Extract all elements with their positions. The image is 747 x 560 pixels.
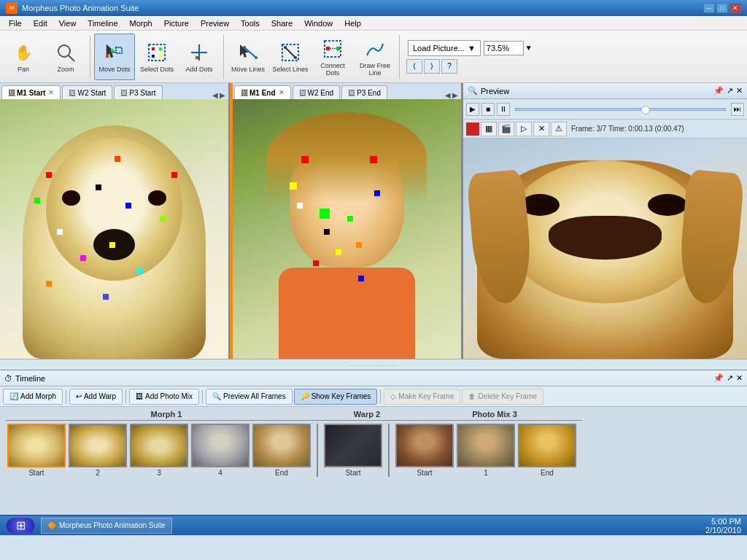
minimize-button[interactable]: ─	[703, 3, 715, 13]
preview-tool-4[interactable]: ▷	[516, 122, 532, 136]
menu-item-share[interactable]: Share	[266, 18, 298, 29]
preview-tool-3[interactable]: 🎬	[498, 122, 514, 136]
load-picture-button[interactable]: Load Picture... ▼	[408, 40, 481, 56]
thumb-w2-start[interactable]: Start	[324, 424, 382, 477]
prev-extra-btn-2[interactable]: ⟩	[424, 59, 440, 74]
timeline-pin-button[interactable]: 📌	[713, 373, 724, 383]
select-lines-button[interactable]: Select Lines	[270, 34, 311, 80]
close-button[interactable]: ✕	[729, 3, 741, 13]
timeline-float-button[interactable]: ↗	[727, 373, 733, 383]
connect-dots-button[interactable]: Connect Dots	[312, 34, 353, 80]
zoom-dropdown-icon[interactable]: ▼	[525, 44, 533, 52]
thumb-pm3-end[interactable]: End	[518, 424, 576, 477]
prev-extra-btn-3[interactable]: ?	[441, 59, 457, 74]
pan-tool-label: Pan	[18, 66, 29, 73]
preview-play-button[interactable]: ▶	[466, 103, 479, 116]
preview-tool-5[interactable]: ✕	[533, 122, 549, 136]
preview-slider[interactable]	[515, 108, 726, 111]
menu-bar: FileEditViewTimelineMorphPicturePreviewT…	[0, 16, 747, 31]
add-morph-button[interactable]: 🔄 Add Morph	[3, 389, 63, 405]
preview-all-frames-button[interactable]: 🔍 Preview All Frames	[206, 389, 293, 405]
thumb-m1-4[interactable]: 4	[191, 424, 249, 477]
menu-item-view[interactable]: View	[53, 18, 82, 29]
menu-item-tools[interactable]: Tools	[235, 18, 266, 29]
add-photo-mix-button[interactable]: 🖼 Add Photo Mix	[129, 389, 199, 405]
thumb-pm3-1[interactable]: 1	[457, 424, 515, 477]
left-panel-content	[0, 99, 228, 359]
dot-5	[57, 229, 63, 235]
svg-point-16	[243, 46, 246, 49]
menu-item-help[interactable]: Help	[338, 18, 367, 29]
menu-item-picture[interactable]: Picture	[158, 18, 195, 29]
move-lines-button[interactable]: Move Lines	[228, 34, 268, 80]
thumb-m1-3-label: 3	[157, 469, 161, 477]
timeline-close-button[interactable]: ✕	[736, 373, 743, 383]
draw-free-line-button[interactable]: Draw Free Line	[355, 34, 395, 80]
select-dots-button[interactable]: Select Dots	[136, 34, 177, 80]
photomix3-header: Photo Mix 3	[407, 410, 582, 421]
preview-slider-thumb[interactable]	[641, 106, 650, 114]
taskbar-app-item[interactable]: 🔶 Morpheus Photo Animation Suite	[41, 518, 172, 534]
workspace-scrollbar[interactable]: ................	[0, 359, 747, 369]
preview-pin-button[interactable]: 📌	[713, 86, 724, 96]
thumb-m1-2[interactable]: 2	[69, 424, 127, 477]
zoom-input[interactable]	[484, 41, 524, 55]
tab-w2-end[interactable]: 🖼 W2 End	[293, 85, 341, 99]
dot-2	[171, 172, 177, 178]
tab-w2-start[interactable]: 🖼 W2 Start	[62, 85, 112, 99]
preview-tool-pattern[interactable]: ▦	[481, 122, 497, 136]
thumb-pm3-start[interactable]: Start	[395, 424, 454, 477]
right-next-tab[interactable]: ▶	[452, 91, 458, 99]
menu-item-edit[interactable]: Edit	[28, 18, 53, 29]
move-dots-button[interactable]: Move Dots	[94, 34, 135, 80]
zoom-tool-button[interactable]: Zoom	[45, 34, 86, 80]
thumb-m1-3[interactable]: 3	[130, 424, 188, 477]
tab-m1-end[interactable]: 🖼 M1 End ✕	[234, 85, 291, 99]
maximize-button[interactable]: □	[716, 3, 728, 13]
scrollbar-track[interactable]: ................	[0, 359, 747, 370]
make-key-frame-label: Make Key Frame	[398, 392, 454, 400]
app-title: Morpheus Photo Animation Suite	[22, 4, 703, 12]
thumb-pm3-1-label: 1	[484, 469, 488, 477]
tab-m1-start-close[interactable]: ✕	[48, 89, 54, 96]
tab-m1-end-close[interactable]: ✕	[279, 89, 285, 96]
tab-m1-start[interactable]: 🖼 M1 Start ✕	[1, 85, 61, 99]
connect-dots-label: Connect Dots	[314, 62, 351, 77]
add-dots-button[interactable]: Add Dots	[179, 34, 220, 80]
clock-date: 2/10/2010	[705, 526, 741, 534]
select-dots-label: Select Dots	[140, 66, 174, 73]
thumb-m1-4-label: 4	[218, 469, 222, 477]
preview-tool-6[interactable]: ⚠	[551, 122, 567, 136]
preview-float-button[interactable]: ↗	[727, 86, 733, 96]
start-button[interactable]: ⊞	[6, 518, 35, 534]
menu-item-preview[interactable]: Preview	[195, 18, 235, 29]
tab-p3-end[interactable]: 🖼 P3 End	[341, 85, 387, 99]
preview-end-button[interactable]: ⏭	[731, 103, 744, 116]
add-warp-button[interactable]: ↩ Add Warp	[69, 389, 123, 405]
svg-rect-4	[106, 55, 109, 58]
section-divider-1	[317, 424, 318, 477]
right-prev-tab[interactable]: ◀	[445, 91, 451, 99]
thumb-m1-end[interactable]: End	[252, 424, 311, 477]
tab-m1-end-icon: 🖼	[241, 89, 248, 97]
thumb-m1-start[interactable]: Start	[7, 424, 66, 477]
left-next-tab[interactable]: ▶	[220, 91, 225, 99]
tab-p3-start[interactable]: 🖼 P3 Start	[114, 85, 162, 99]
preview-close-button[interactable]: ✕	[736, 86, 743, 96]
pan-tool-button[interactable]: ✋ Pan	[3, 34, 44, 80]
left-prev-tab[interactable]: ◀	[212, 91, 218, 99]
menu-item-file[interactable]: File	[3, 18, 28, 29]
preview-tool-color[interactable]	[466, 122, 479, 136]
prev-extra-btn-1[interactable]: ⟨	[406, 59, 422, 74]
section-divider-2	[388, 424, 390, 477]
tl-sep-1	[66, 389, 66, 404]
menu-item-timeline[interactable]: Timeline	[82, 18, 123, 29]
girl-dot-7	[324, 229, 330, 235]
girl-dot-6	[347, 216, 353, 222]
menu-item-window[interactable]: Window	[298, 18, 338, 29]
show-key-frames-button[interactable]: 🔑 Show Key Frames	[294, 389, 378, 405]
thumb-w2-start-img	[324, 424, 382, 467]
preview-stop-button[interactable]: ■	[481, 103, 495, 116]
preview-pause-button[interactable]: ⏸	[497, 103, 510, 116]
menu-item-morph[interactable]: Morph	[124, 18, 158, 29]
